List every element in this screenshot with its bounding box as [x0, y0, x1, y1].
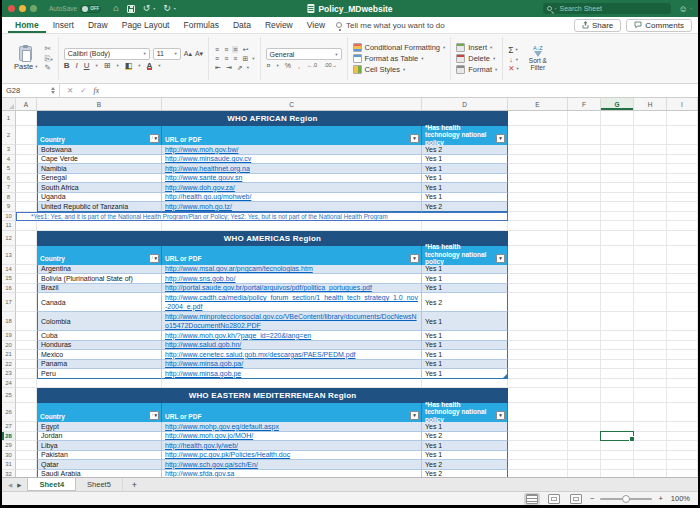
share-button[interactable]: Share	[574, 19, 621, 32]
cell-policy[interactable]: Yes 1	[422, 174, 508, 184]
decrease-decimal-icon[interactable]: .00→	[323, 63, 338, 69]
empty-cell[interactable]	[508, 174, 568, 184]
empty-cell[interactable]	[16, 470, 37, 478]
table-header-policy[interactable]: *Has health technology national policy▾	[422, 403, 508, 422]
empty-cell[interactable]	[601, 212, 634, 222]
cell-policy[interactable]: Yes 1	[422, 164, 508, 174]
row-number[interactable]: 18	[2, 312, 16, 331]
empty-cell[interactable]	[667, 432, 698, 442]
sheet-tab-sheet4[interactable]: Sheet4	[27, 478, 76, 491]
close-window-button[interactable]	[8, 5, 15, 12]
empty-cell[interactable]	[508, 350, 568, 360]
font-size-select[interactable]: 11▾	[153, 48, 181, 60]
cell-url-link[interactable]: http://www.minsa.gob.pe	[162, 369, 422, 379]
empty-cell[interactable]	[634, 470, 667, 478]
row-number[interactable]: 26	[2, 403, 16, 422]
empty-cell[interactable]	[667, 350, 698, 360]
cell-policy[interactable]: Yes 1	[422, 451, 508, 461]
empty-cell[interactable]	[508, 126, 568, 145]
autosave-toggle[interactable]: OFF	[80, 5, 101, 13]
tab-draw[interactable]: Draw	[81, 17, 115, 33]
insert-function-icon[interactable]: fx	[94, 86, 99, 95]
zoom-level[interactable]: 100%	[671, 494, 690, 503]
align-middle-icon[interactable]: ≡	[223, 46, 229, 53]
column-header-H[interactable]: H	[634, 98, 667, 110]
empty-cell[interactable]	[508, 360, 568, 370]
cell-policy[interactable]: Yes 1	[422, 155, 508, 165]
empty-cell[interactable]	[16, 284, 37, 294]
cell-policy[interactable]: Yes 1	[422, 422, 508, 432]
empty-cell[interactable]	[568, 221, 601, 231]
empty-cell[interactable]	[634, 403, 667, 422]
cell-country[interactable]: United Republic of Tanzania	[37, 202, 162, 212]
feedback-control[interactable]: ☺ ▾	[679, 4, 692, 14]
cell-url-link[interactable]: http://www.minproteccionsocial.gov.co/VB…	[162, 312, 422, 331]
cell-policy[interactable]: Yes 2	[422, 460, 508, 470]
empty-cell[interactable]	[667, 284, 698, 294]
cell-country[interactable]: Argentina	[37, 265, 162, 275]
empty-cell[interactable]	[16, 155, 37, 165]
cell-country[interactable]: Mexico	[37, 350, 162, 360]
cell-policy[interactable]: Yes 1	[422, 284, 508, 294]
empty-cell[interactable]	[16, 145, 37, 155]
clear-button[interactable]: ✕▾	[508, 64, 519, 73]
empty-cell[interactable]	[667, 451, 698, 461]
empty-cell[interactable]	[568, 369, 601, 379]
row-number[interactable]: 30	[2, 451, 16, 461]
empty-cell[interactable]	[667, 202, 698, 212]
column-header-G[interactable]: G	[601, 98, 634, 110]
empty-cell[interactable]	[508, 341, 568, 351]
empty-cell[interactable]	[16, 379, 37, 389]
empty-cell[interactable]	[634, 274, 667, 284]
row-number[interactable]: 32	[2, 470, 16, 478]
empty-cell[interactable]	[634, 312, 667, 331]
empty-cell[interactable]	[568, 293, 601, 312]
prev-sheet-icon[interactable]: ◀	[8, 482, 12, 488]
tab-review[interactable]: Review	[258, 17, 300, 33]
zoom-slider-thumb[interactable]	[622, 495, 630, 503]
empty-cell[interactable]	[16, 274, 37, 284]
cell-url-link[interactable]: http://www.moh.go.tz/	[162, 202, 422, 212]
row-number[interactable]: 28	[2, 432, 16, 442]
undo-icon[interactable]: ↺	[143, 4, 151, 13]
table-header-url[interactable]: URL or PDF▾	[162, 126, 422, 145]
cell-country[interactable]: Cape Verde	[37, 155, 162, 165]
cell-url-link[interactable]: http://www.sfda.gov.sa	[162, 470, 422, 478]
empty-cell[interactable]	[601, 246, 634, 265]
number-format-select[interactable]: General▾	[266, 48, 342, 60]
empty-cell[interactable]	[601, 221, 634, 231]
tab-page-layout[interactable]: Page Layout	[115, 17, 177, 33]
format-as-table-button[interactable]: Format as Table▾	[353, 54, 446, 63]
delete-cells-button[interactable]: Delete▾	[456, 54, 497, 63]
format-painter-icon[interactable]: ✎	[44, 64, 52, 72]
empty-cell[interactable]	[16, 221, 37, 231]
cell-country[interactable]: Senegal	[37, 174, 162, 184]
filter-icon[interactable]: ▾	[410, 254, 419, 263]
empty-cell[interactable]	[16, 183, 37, 193]
orientation-icon[interactable]: ⇗	[236, 64, 244, 71]
empty-cell[interactable]	[37, 221, 162, 231]
cell-policy[interactable]: Yes 1	[422, 341, 508, 351]
empty-cell[interactable]	[508, 331, 568, 341]
name-box[interactable]: G28	[2, 84, 60, 97]
empty-cell[interactable]	[667, 422, 698, 432]
row-number[interactable]: 31	[2, 460, 16, 470]
tab-view[interactable]: View	[300, 17, 332, 33]
empty-cell[interactable]	[568, 193, 601, 203]
empty-cell[interactable]	[508, 202, 568, 212]
empty-cell[interactable]	[667, 274, 698, 284]
cell-policy[interactable]: Yes 1	[422, 183, 508, 193]
empty-cell[interactable]	[508, 183, 568, 193]
empty-cell[interactable]	[601, 111, 634, 126]
formula-input[interactable]	[106, 84, 698, 97]
empty-cell[interactable]	[16, 460, 37, 470]
align-right-icon[interactable]: ≡	[232, 55, 238, 62]
empty-cell[interactable]	[601, 284, 634, 294]
empty-cell[interactable]	[16, 164, 37, 174]
table-header-url[interactable]: URL or PDF▾	[162, 246, 422, 265]
paste-dropdown-icon[interactable]: ▾	[35, 64, 37, 69]
cell-policy[interactable]: Yes 1	[422, 360, 508, 370]
empty-cell[interactable]	[667, 164, 698, 174]
cell-url-link[interactable]: http://www.mohp.gov.eg/default.aspx	[162, 422, 422, 432]
empty-cell[interactable]	[508, 422, 568, 432]
